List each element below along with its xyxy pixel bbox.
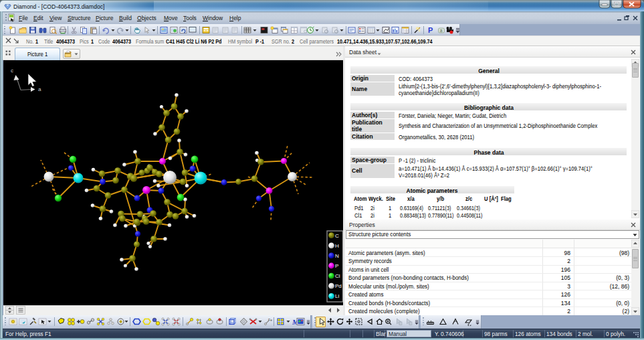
svg-text:Fe: Fe [268,318,272,322]
svg-text:Pd: Pd [335,283,342,289]
svg-text:a: a [439,27,442,32]
svg-text:Li: Li [335,293,339,299]
svg-text:H: H [335,243,339,249]
svg-text:c: c [11,68,13,74]
svg-text:P: P [335,263,338,269]
svg-text:C: C [335,233,339,239]
svg-text:P: P [428,26,433,34]
svg-text:Cl: Cl [335,273,340,279]
svg-text:a: a [38,86,41,92]
svg-text:N: N [335,253,339,259]
